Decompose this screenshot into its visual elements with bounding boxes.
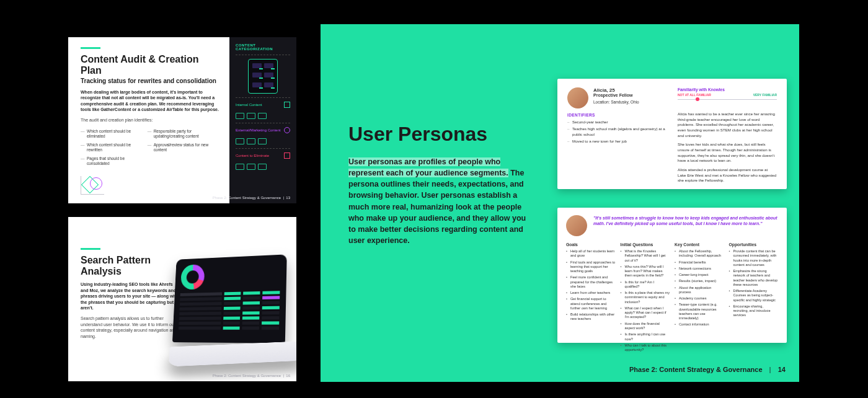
footer-page: 14	[778, 366, 786, 373]
list-item: Encourage sharing, recruiting, and intro…	[729, 304, 779, 318]
list-item: Career-long impact	[675, 273, 724, 277]
list-item: Network connections	[675, 267, 724, 271]
audit-intro: The audit and creation plan identifies:	[81, 118, 219, 122]
list-item: Get financial support to attend conferen…	[566, 297, 616, 311]
audit-list-left: Which content should be eliminated Which…	[81, 126, 136, 170]
audit-title: Content Audit & Creation Plan	[81, 54, 219, 76]
footer-phase: Phase 2: Content Strategy & Governance	[213, 374, 281, 378]
audit-list-right: Responsible party for updating/creating …	[148, 126, 219, 170]
footer-phase: Phase 2: Content Strategy & Governance	[213, 196, 281, 200]
cat-row-internal: Internal Content	[236, 102, 290, 108]
list-item: Teaches high school math (algebra and ge…	[567, 126, 666, 137]
list-item: Academy courses	[675, 296, 724, 301]
personas-body: User personas are profiles of people who…	[348, 156, 534, 246]
list-item: Moved to a new town for her job	[567, 139, 666, 144]
search-pattern-card: Search Pattern Analysis Using industry-l…	[68, 217, 296, 381]
familiarity-label: Familiarity with Knowles	[678, 87, 777, 92]
avatar	[567, 87, 588, 108]
list-item: Teaser-type content (e.g. downloadable r…	[675, 303, 724, 321]
persona-details-card: "It's still sometimes a struggle to know…	[557, 208, 787, 343]
footer-phase: Phase 2: Content Strategy & Governance	[629, 366, 763, 373]
list-item: Financial benefits	[675, 260, 724, 265]
search-title: Search Pattern Analysis	[81, 255, 180, 276]
audit-subtitle: Tracking status for rewrites and consoli…	[81, 77, 219, 84]
slider-label-right: VERY FAMILIAR	[753, 93, 777, 97]
list-item: Is this a place that shares my commitmen…	[621, 291, 670, 304]
list-item: About the Fellowship, including: Overall…	[675, 249, 724, 259]
cat-label: Content to Eliminate	[236, 154, 269, 157]
cat-label: Internal Content	[236, 103, 262, 107]
footer-page: 13	[286, 196, 290, 200]
slider-label-left: NOT AT ALL FAMILIAR	[678, 93, 711, 97]
persona-bio: Alicia has wanted to be a teacher ever s…	[678, 112, 777, 184]
list-item: Is there anything I can use now?	[621, 332, 670, 342]
persona-columns: Goals Help all of her students learn and…	[566, 242, 778, 354]
list-item: Approval/review status for new content	[148, 143, 219, 153]
list-item: What can I expect when I apply? What can…	[621, 306, 670, 320]
identifiers-heading: IDENTIFIERS	[567, 113, 666, 117]
donut-chart-icon	[180, 264, 205, 290]
list-item: Differentiate Academy Courses as being s…	[729, 289, 779, 303]
page-footer: Phase 2: Content Strategy & Governance |…	[629, 366, 786, 373]
list-item: What is the Knowles Fellowship? What wil…	[621, 249, 670, 263]
column-heading: Opportunities	[729, 242, 779, 247]
personas-body-rest: The persona outlines their needs, expect…	[348, 169, 526, 245]
list-item: Build relationships with other new teach…	[566, 312, 616, 322]
list-item: Contact information	[675, 322, 724, 327]
list-item: Which content should be eliminated	[81, 129, 136, 139]
clipboard-icon	[284, 153, 290, 159]
list-item: Help all of her students learn and grow	[566, 249, 616, 259]
table-mock-icon	[179, 291, 280, 330]
list-item: Emphasize the strong network of teachers…	[729, 269, 779, 287]
list-item: Is this for me? Am I qualified?	[621, 280, 670, 290]
column-heading: Initial Questions	[621, 242, 670, 247]
page-footer: Phase 2: Content Strategy & Governance |…	[213, 374, 290, 378]
page-footer: Phase 2: Content Strategy & Governance |…	[213, 196, 290, 200]
list-item: Find tools and approaches to learning th…	[566, 260, 616, 274]
bio-paragraph: Alicia attended a professional developme…	[678, 167, 777, 184]
bio-paragraph: Alicia has wanted to be a teacher ever s…	[678, 112, 777, 138]
list-item: Learn from other teachers	[566, 291, 616, 295]
column-heading: Key Content	[675, 242, 724, 247]
user-personas-card: User Personas User personas are profiles…	[321, 24, 799, 382]
accent-bar	[81, 47, 100, 49]
footer-page: 16	[286, 374, 290, 378]
globe-icon	[284, 127, 290, 133]
list-item: Who runs this? Who will I learn from? Wh…	[621, 265, 670, 278]
content-audit-card: Content Audit & Creation Plan Tracking s…	[68, 37, 296, 203]
list-item: Second-year teacher	[567, 120, 666, 125]
categorization-title: CONTENT CATEGORIZATION	[236, 43, 290, 51]
column-heading: Goals	[566, 242, 616, 247]
audit-lead: When dealing with large bodies of conten…	[81, 89, 219, 113]
list-item: Who can I talk to about this opportunity…	[621, 343, 670, 353]
personas-body-highlight: User personas are profiles of people who…	[348, 157, 508, 177]
categorization-panel: CONTENT CATEGORIZATION Internal Content …	[229, 37, 296, 203]
accent-bar	[81, 248, 100, 250]
familiarity-slider: NOT AT ALL FAMILIAR VERY FAMILIAR	[678, 95, 777, 103]
search-body: Search pattern analysis allows us to fur…	[81, 316, 180, 339]
list-item: Provide content that can be consumed imm…	[729, 249, 779, 267]
persona-quote: "It's still sometimes a struggle to know…	[593, 215, 778, 227]
list-item: How does the financial aspect work?	[621, 322, 670, 331]
bio-paragraph: She loves her kids and what she does, bu…	[678, 142, 777, 164]
cat-row-external: External/Marketing Content	[236, 127, 290, 133]
phone-mock-icon	[248, 59, 278, 94]
search-lead: Using industry-leading SEO tools like Ah…	[81, 281, 180, 311]
grid-icon	[284, 102, 290, 108]
personas-title: User Personas	[348, 123, 534, 149]
cat-row-eliminate: Content to Eliminate	[236, 153, 290, 159]
geometric-decoration-icon	[81, 176, 104, 195]
list-item: Pages that should be consolidated	[81, 156, 136, 167]
avatar	[566, 215, 587, 236]
list-item: Feel more confident and prepared for the…	[566, 275, 616, 289]
list-item: About the application process	[675, 286, 724, 295]
cat-label: External/Marketing Content	[236, 128, 281, 132]
list-item: Responsible party for updating/creating …	[148, 129, 219, 139]
list-item: Which content should be rewritten	[81, 143, 136, 153]
laptop-mock-icon	[169, 256, 296, 374]
list-item: Results (stories, impact)	[675, 279, 724, 283]
persona-profile-card: Alicia, 25 Prospective Fellow Location: …	[557, 79, 787, 189]
